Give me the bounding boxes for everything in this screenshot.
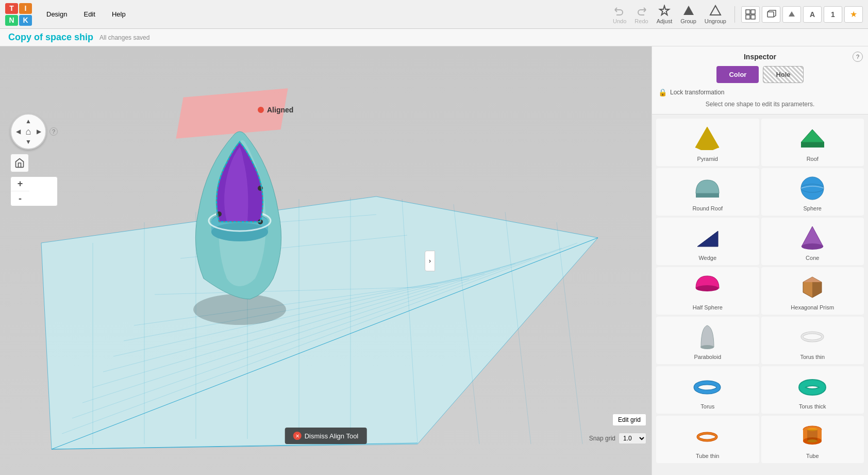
view-star-btn[interactable]: ★ xyxy=(844,6,863,23)
aligned-text: Aligned xyxy=(267,106,293,114)
shapes-grid: Pyramid Roof xyxy=(656,119,864,463)
wedge-label: Wedge xyxy=(698,255,716,261)
svg-point-51 xyxy=(802,243,823,250)
torus-thin-icon xyxy=(797,321,828,352)
lock-label: Lock transformation xyxy=(670,89,724,96)
view-number-btn[interactable]: 1 xyxy=(824,6,842,23)
svg-rect-6 xyxy=(767,12,774,17)
shape-torus[interactable]: Torus xyxy=(656,366,759,414)
lock-row: 🔒 Lock transformation xyxy=(658,88,862,96)
torus-thin-label: Torus thin xyxy=(800,354,825,360)
zoom-out-btn[interactable]: - xyxy=(11,191,29,206)
main-content: ▲ ◀ ⌂ ▶ ▼ ? + - xyxy=(0,46,868,475)
top-bar: T I N K Design Edit Help Undo Redo Adjus… xyxy=(0,0,868,29)
save-status: All changes saved xyxy=(99,34,149,41)
svg-point-46 xyxy=(801,177,824,200)
svg-rect-4 xyxy=(746,15,750,19)
sphere-icon xyxy=(797,172,828,203)
torus-icon xyxy=(692,370,723,401)
inspector-info: Select one shape to edit its parameters. xyxy=(658,101,862,108)
tinkercad-logo[interactable]: T I N K xyxy=(5,3,32,26)
top-bar-actions: Undo Redo Adjust Group Ungroup xyxy=(613,5,863,24)
shape-hexagonal-prism[interactable]: Hexagonal Prism xyxy=(761,267,864,315)
view-letter-btn[interactable]: A xyxy=(803,6,822,23)
collapse-panel-button[interactable]: › xyxy=(425,251,435,271)
tube-icon xyxy=(797,420,828,451)
shape-half-sphere[interactable]: Half Sphere xyxy=(656,267,759,315)
snap-grid-control: Snap grid 1.0 0.5 0.25 xyxy=(589,433,646,444)
svg-rect-2 xyxy=(746,10,750,14)
half-sphere-icon xyxy=(692,271,723,302)
view-box-btn[interactable] xyxy=(782,6,801,23)
svg-point-36 xyxy=(211,223,268,241)
inspector-help-button[interactable]: ? xyxy=(853,52,863,62)
svg-marker-0 xyxy=(683,6,694,15)
shape-torus-thin[interactable]: Torus thin xyxy=(761,317,864,364)
adjust-button[interactable]: Adjust xyxy=(657,5,673,24)
shape-pyramid[interactable]: Pyramid xyxy=(656,119,759,166)
wedge-icon xyxy=(692,222,723,253)
zoom-in-btn[interactable]: + xyxy=(11,177,29,191)
project-bar: Copy of space ship All changes saved xyxy=(0,29,868,46)
lock-icon: 🔒 xyxy=(658,88,667,96)
round-roof-icon xyxy=(692,172,723,203)
shape-wedge[interactable]: Wedge xyxy=(656,218,759,265)
nav-circle[interactable]: ▲ ◀ ⌂ ▶ ▼ xyxy=(10,113,46,150)
svg-rect-44 xyxy=(801,142,824,148)
undo-button[interactable]: Undo xyxy=(613,5,626,24)
hole-button[interactable]: Hole xyxy=(763,66,803,83)
group-button[interactable]: Group xyxy=(680,5,696,24)
view-grid-btn[interactable] xyxy=(741,6,760,23)
menu-design[interactable]: Design xyxy=(40,8,73,20)
torus-thick-label: Torus thick xyxy=(799,403,826,410)
snap-grid-label: Snap grid xyxy=(589,435,615,442)
svg-point-33 xyxy=(193,294,286,325)
shape-tube[interactable]: Tube xyxy=(761,416,864,463)
right-panel: Inspector ? Color Hole 🔒 Lock transforma… xyxy=(652,46,868,475)
color-button[interactable]: Color xyxy=(716,66,759,83)
cone-label: Cone xyxy=(806,255,819,261)
svg-marker-43 xyxy=(801,129,824,142)
menu-help[interactable]: Help xyxy=(106,8,132,20)
roof-icon xyxy=(797,123,828,154)
home-button[interactable] xyxy=(10,154,29,172)
shape-cone[interactable]: Cone xyxy=(761,218,864,265)
snap-grid-select[interactable]: 1.0 0.5 0.25 xyxy=(619,433,646,444)
shape-round-roof[interactable]: Round Roof xyxy=(656,168,759,216)
dismiss-label: Dismiss Align Tool xyxy=(305,432,359,440)
shape-torus-thick[interactable]: Torus thick xyxy=(761,366,864,414)
svg-point-60 xyxy=(696,383,719,392)
shapes-panel[interactable]: Pyramid Roof xyxy=(652,114,868,475)
paraboloid-icon xyxy=(692,321,723,352)
view-controls: A 1 ★ xyxy=(735,6,863,23)
sphere-label: Sphere xyxy=(804,205,822,211)
nav-help[interactable]: ? xyxy=(49,127,58,136)
shape-tube-thin[interactable]: Tube thin xyxy=(656,416,759,463)
shape-paraboloid[interactable]: Paraboloid xyxy=(656,317,759,364)
svg-rect-5 xyxy=(751,15,755,19)
inspector-panel: Inspector ? Color Hole 🔒 Lock transforma… xyxy=(652,46,868,114)
logo-n: N xyxy=(5,15,18,26)
aligned-label: Aligned xyxy=(258,106,293,114)
redo-button[interactable]: Redo xyxy=(635,5,648,24)
spaceship-svg xyxy=(160,83,330,340)
view-3d-btn[interactable] xyxy=(762,6,780,23)
canvas-area[interactable]: Aligned Edit grid Snap grid 1.0 0.5 0.25… xyxy=(0,46,652,475)
left-controls: ▲ ◀ ⌂ ▶ ▼ ? + - xyxy=(5,108,63,211)
menu-edit[interactable]: Edit xyxy=(77,8,101,20)
tube-thin-label: Tube thin xyxy=(696,453,719,459)
edit-grid-button[interactable]: Edit grid xyxy=(612,414,646,426)
logo-t: T xyxy=(5,3,18,14)
round-roof-label: Round Roof xyxy=(692,205,723,211)
shape-sphere[interactable]: Sphere xyxy=(761,168,864,216)
zoom-controls: + - xyxy=(10,176,58,206)
project-title: Copy of space ship xyxy=(8,32,93,43)
pyramid-icon xyxy=(692,123,723,154)
tube-thin-icon xyxy=(692,420,723,451)
shape-roof[interactable]: Roof xyxy=(761,119,864,166)
hexagonal-prism-icon xyxy=(797,271,828,302)
ungroup-button[interactable]: Ungroup xyxy=(705,5,726,24)
dismiss-align-tool-button[interactable]: ✕ Dismiss Align Tool xyxy=(285,428,367,444)
svg-rect-69 xyxy=(807,430,817,441)
viewport[interactable]: ▲ ◀ ⌂ ▶ ▼ ? + - xyxy=(0,46,652,475)
